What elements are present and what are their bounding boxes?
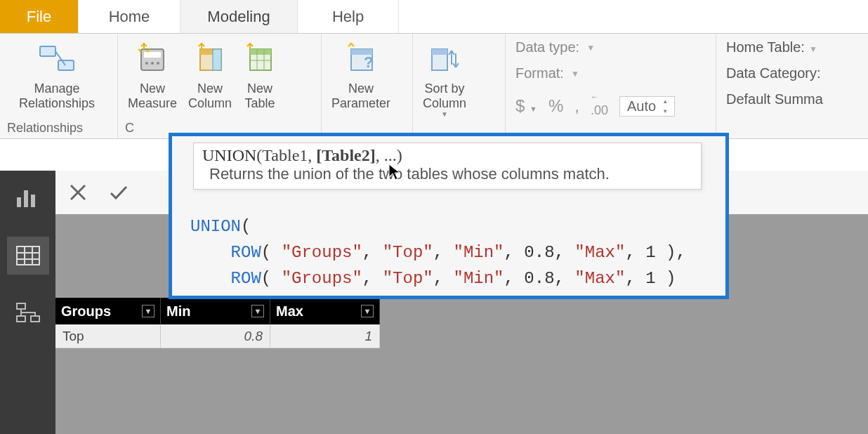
svg-rect-12 — [250, 49, 271, 55]
cell-groups: Top — [55, 324, 161, 348]
svg-rect-24 — [17, 246, 39, 265]
parameter-icon: ? — [344, 39, 378, 79]
svg-point-5 — [145, 62, 148, 65]
ribbon-group-formatting: Data type: ▼ Format: ▼ $ ▼ % , ←.00 Auto… — [506, 34, 716, 138]
svg-rect-29 — [17, 303, 25, 309]
formula-code[interactable]: UNION( ROW( "Groups", "Top", "Min", 0.8,… — [190, 213, 707, 292]
function-signature: UNION(Table1, [Table2], ...) — [202, 146, 692, 165]
percent-button[interactable]: % — [548, 96, 563, 116]
sort-by-column-button[interactable]: Sort by Column ▼ — [417, 37, 472, 119]
home-table-dropdown[interactable]: Home Table:▼ — [726, 39, 823, 55]
new-column-label: New Column — [188, 81, 232, 110]
column-icon — [193, 39, 227, 79]
default-summarization-label: Default Summa — [726, 91, 823, 107]
decimal-places-value: Auto — [627, 98, 656, 114]
sort-icon — [428, 39, 461, 79]
svg-rect-4 — [144, 52, 161, 58]
ribbon-tabs: File Home Modeling Help — [0, 0, 868, 34]
data-type-label: Data type: — [515, 39, 579, 55]
chevron-down-icon: ▼ — [809, 44, 817, 54]
manage-relationships-label: Manage Relationships — [19, 81, 95, 110]
chevron-down-icon[interactable]: ▼ — [361, 305, 374, 317]
model-view-button[interactable] — [7, 294, 49, 332]
default-summarization-dropdown[interactable]: Default Summa — [726, 91, 823, 107]
relationships-icon — [37, 39, 77, 79]
model-icon — [15, 302, 41, 324]
svg-rect-31 — [17, 316, 25, 322]
thousands-button[interactable]: , — [574, 96, 579, 116]
bar-chart-icon — [15, 188, 41, 209]
ribbon-group-whatif: ? New Parameter — [322, 34, 413, 138]
cell-min: 0.8 — [161, 324, 270, 348]
ribbon: Manage Relationships Relationships — [0, 34, 868, 139]
svg-rect-21 — [17, 197, 21, 207]
check-icon — [109, 184, 129, 201]
chevron-down-icon: ▼ — [571, 69, 579, 79]
tab-modeling[interactable]: Modeling — [180, 0, 298, 33]
data-table: Groups▼ Min▼ Max▼ Top 0.8 1 — [55, 298, 380, 348]
svg-rect-0 — [40, 46, 55, 56]
sort-by-column-label: Sort by Column — [423, 81, 466, 110]
close-icon — [69, 183, 87, 202]
table-header: Groups▼ Min▼ Max▼ — [55, 298, 380, 324]
commit-formula-button[interactable] — [103, 177, 134, 208]
svg-rect-30 — [31, 316, 39, 322]
chevron-down-icon[interactable]: ▼ — [251, 305, 264, 317]
new-measure-label: New Measure — [128, 81, 177, 110]
spinner-icon[interactable]: ▲▼ — [662, 98, 672, 114]
manage-relationships-button[interactable]: Manage Relationships — [4, 37, 110, 110]
ribbon-group-properties: Home Table:▼ Data Category: Default Summ… — [716, 34, 833, 138]
data-view-button[interactable] — [7, 237, 49, 275]
svg-rect-20 — [432, 49, 447, 55]
svg-rect-22 — [24, 190, 28, 207]
format-dropdown[interactable]: Format: ▼ — [515, 65, 706, 81]
decimal-button[interactable]: ←.00 — [591, 88, 608, 118]
column-header-max[interactable]: Max▼ — [270, 298, 380, 324]
table-icon — [243, 39, 277, 79]
new-column-button[interactable]: New Column — [183, 37, 237, 110]
new-parameter-button[interactable]: ? New Parameter — [326, 37, 396, 110]
tab-file[interactable]: File — [0, 0, 79, 33]
column-header-min[interactable]: Min▼ — [161, 298, 270, 324]
decimal-places-input[interactable]: Auto ▲▼ — [619, 96, 675, 117]
relationships-group-label: Relationships — [4, 119, 113, 137]
svg-text:?: ? — [364, 53, 373, 71]
svg-rect-23 — [31, 195, 35, 207]
formula-editor[interactable]: UNION(Table1, [Table2], ...) Returns the… — [169, 133, 729, 299]
view-sidebar — [0, 171, 55, 434]
cancel-formula-button[interactable] — [63, 177, 93, 208]
data-category-dropdown[interactable]: Data Category: — [726, 65, 823, 81]
tab-help[interactable]: Help — [298, 0, 399, 33]
chevron-down-icon: ▼ — [586, 43, 595, 53]
measure-icon — [136, 39, 169, 79]
data-category-label: Data Category: — [726, 65, 821, 81]
svg-rect-1 — [58, 60, 74, 70]
function-description: Returns the union of the two tables whos… — [202, 165, 692, 183]
new-measure-button[interactable]: New Measure — [122, 37, 183, 110]
ribbon-group-calculations: New Measure New Column — [118, 34, 322, 138]
ribbon-group-sort: Sort by Column ▼ — [413, 34, 506, 138]
table-row[interactable]: Top 0.8 1 — [55, 324, 380, 348]
format-label: Format: — [515, 65, 564, 81]
svg-rect-10 — [213, 49, 221, 70]
chevron-down-icon: ▼ — [441, 110, 448, 119]
intellisense-tooltip: UNION(Table1, [Table2], ...) Returns the… — [193, 143, 702, 190]
home-table-label: Home Table: — [726, 39, 805, 55]
new-table-button[interactable]: New Table — [237, 37, 282, 110]
new-table-label: New Table — [245, 81, 275, 110]
currency-button[interactable]: $ ▼ — [515, 96, 537, 116]
table-icon — [15, 245, 41, 266]
report-view-button[interactable] — [7, 179, 49, 217]
data-type-dropdown[interactable]: Data type: ▼ — [515, 39, 706, 55]
ribbon-group-relationships: Manage Relationships Relationships — [0, 34, 118, 138]
cell-max: 1 — [270, 324, 380, 348]
tab-home[interactable]: Home — [79, 0, 180, 33]
chevron-down-icon: ▼ — [530, 105, 537, 113]
svg-point-6 — [151, 62, 154, 65]
chevron-down-icon[interactable]: ▼ — [142, 305, 154, 317]
new-parameter-label: New Parameter — [331, 81, 390, 110]
column-header-groups[interactable]: Groups▼ — [55, 298, 161, 324]
svg-point-7 — [157, 62, 159, 65]
